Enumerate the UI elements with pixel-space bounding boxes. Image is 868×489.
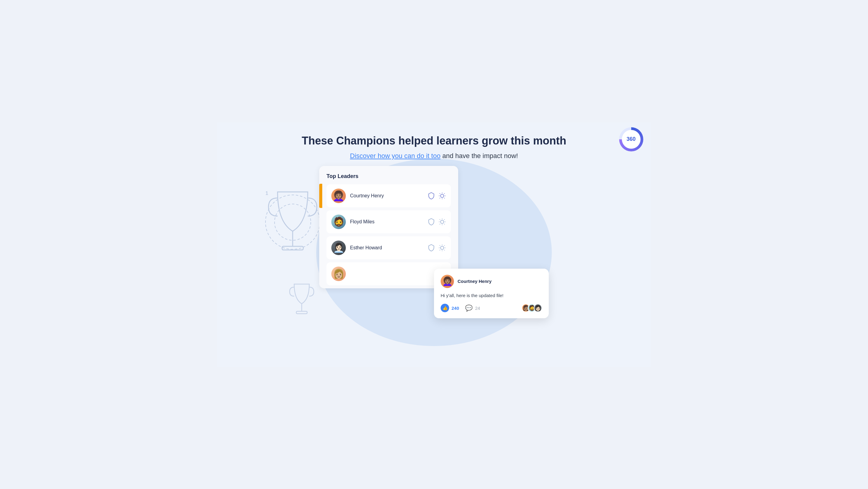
avatar-courtney [331,189,346,203]
leaders-card-title: Top Leaders [327,173,451,179]
svg-line-29 [444,250,445,250]
leader-row-3[interactable]: Esther Howard [327,236,451,259]
avatar-floyd [331,214,346,229]
discover-link[interactable]: Discover how you can do it too [350,152,441,160]
shield-icon-3 [427,244,435,252]
post-avatar: 👩🏽‍🦱 [441,275,454,288]
leader-icons-1 [427,192,446,200]
leader-name-1: Courtney Henry [350,193,427,199]
leader-row-4[interactable] [327,262,451,285]
svg-point-25 [441,246,444,249]
svg-line-14 [440,198,440,198]
svg-line-24 [444,219,445,220]
comment-icon: 💬 [465,304,473,312]
badge-360: 360 [622,130,641,149]
leader-icons-3 [427,244,446,252]
shield-icon-2 [427,218,435,226]
svg-line-28 [440,245,440,246]
post-card: 👩🏽‍🦱 Courtney Henry Hi y'all, here is th… [434,269,549,319]
leader-name-2: Floyd Miles [350,219,427,225]
avatar-esther [331,240,346,255]
header-area: These Champions helped learners grow thi… [302,135,566,160]
leader-name-3: Esther Howard [350,245,427,251]
post-text: Hi y'all, here is the updated file! [441,292,542,299]
svg-line-20 [444,224,445,224]
page-container: 360 1 These Cham [217,122,651,367]
avatar-fourth [331,266,346,281]
svg-point-16 [441,220,444,223]
sun-icon-3 [438,244,446,252]
comment-button[interactable]: 💬 24 [465,304,480,312]
content-area: Top Leaders Courtney Henry [319,166,549,319]
comment-count: 24 [475,306,480,311]
subtitle: Discover how you can do it too and have … [302,152,566,160]
svg-line-32 [440,250,440,250]
sun-icon-2 [438,218,446,226]
post-header: 👩🏽‍🦱 Courtney Henry [441,275,542,288]
svg-line-19 [440,219,440,220]
svg-rect-6 [296,311,307,314]
leader-row-1[interactable]: Courtney Henry [327,184,451,207]
leader-row-2[interactable]: Floyd Miles [327,210,451,233]
shield-icon-1 [427,192,435,200]
svg-line-33 [444,245,445,246]
svg-line-23 [440,224,440,224]
post-author: Courtney Henry [458,279,492,284]
post-actions: 👍 240 💬 24 👩🏽 🧔 👩🏻 [441,304,542,312]
svg-point-7 [441,194,444,197]
svg-text:1: 1 [266,191,268,196]
thumbs-up-icon: 👍 [441,304,449,312]
svg-line-10 [440,193,440,194]
post-reaction-avatars: 👩🏽 🧔 👩🏻 [522,304,542,312]
reaction-avatar-3: 👩🏻 [534,304,542,312]
svg-line-11 [444,198,445,198]
badge-value: 360 [626,136,636,142]
svg-line-15 [444,193,445,194]
like-count: 240 [452,306,459,311]
trophy-small-icon [287,280,317,320]
leader-icons-2 [427,218,446,226]
sun-icon-1 [438,192,446,200]
main-title: These Champions helped learners grow thi… [302,135,566,147]
trophy-large-icon: 1 [262,183,323,263]
badge-360-ring: 360 [619,127,643,151]
like-button[interactable]: 👍 240 [441,304,459,312]
subtitle-text: and have the impact now! [442,152,518,160]
